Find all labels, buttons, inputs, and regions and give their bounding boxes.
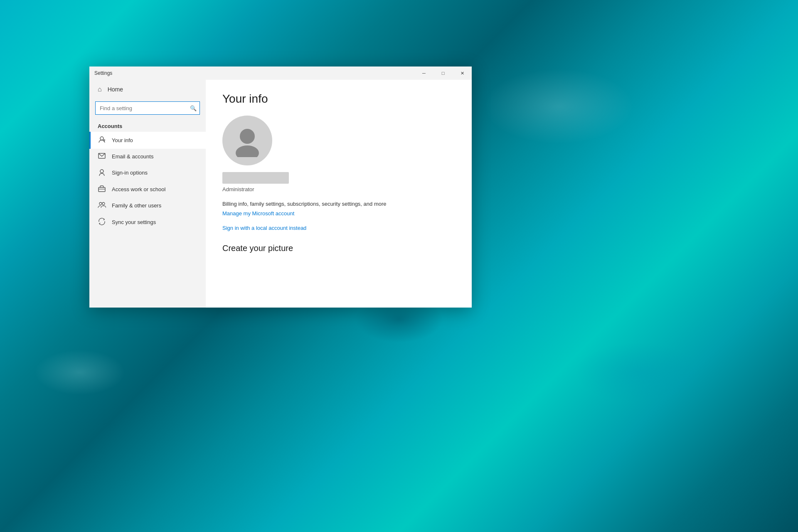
maximize-button[interactable]: □	[433, 66, 453, 80]
settings-window: Settings ─ □ ✕ ⌂ Home 🔍 Accounts	[89, 66, 472, 308]
sign-in-label: Sign-in options	[112, 170, 148, 176]
sidebar-item-home[interactable]: ⌂ Home	[89, 80, 206, 99]
user-role: Administrator	[222, 186, 455, 192]
username-bar	[222, 172, 289, 184]
window-title: Settings	[94, 70, 112, 76]
svg-rect-6	[99, 187, 105, 192]
svg-point-0	[100, 137, 103, 140]
minimize-button[interactable]: ─	[414, 66, 433, 80]
svg-point-11	[236, 145, 259, 157]
sidebar-section-label: Accounts	[89, 120, 206, 132]
local-account-link[interactable]: Sign in with a local account instead	[222, 225, 455, 231]
family-users-icon	[98, 202, 106, 209]
sidebar-item-sign-in[interactable]: Sign-in options	[89, 164, 206, 181]
your-info-icon	[98, 136, 106, 145]
manage-account-link[interactable]: Manage my Microsoft account	[222, 210, 455, 217]
avatar	[222, 116, 272, 165]
title-bar: Settings ─ □ ✕	[89, 66, 472, 80]
your-info-label: Your info	[112, 137, 133, 143]
window-controls: ─ □ ✕	[414, 66, 472, 80]
close-button[interactable]: ✕	[453, 66, 472, 80]
svg-point-9	[102, 202, 105, 205]
sidebar: ⌂ Home 🔍 Accounts Your i	[89, 80, 206, 308]
family-users-label: Family & other users	[112, 202, 161, 209]
sidebar-item-email-accounts[interactable]: Email & accounts	[89, 149, 206, 164]
sidebar-item-family-users[interactable]: Family & other users	[89, 197, 206, 214]
sidebar-item-sync[interactable]: Sync your settings	[89, 214, 206, 231]
home-icon: ⌂	[98, 86, 102, 93]
create-picture-title: Create your picture	[222, 244, 455, 253]
svg-point-5	[100, 170, 103, 173]
home-label: Home	[108, 86, 123, 93]
sync-label: Sync your settings	[112, 219, 156, 225]
email-accounts-label: Email & accounts	[112, 153, 153, 160]
sidebar-item-work-school[interactable]: Access work or school	[89, 181, 206, 197]
svg-point-8	[99, 202, 102, 205]
main-content: Your info Administrator Billing info, fa…	[206, 80, 472, 308]
search-input[interactable]	[95, 101, 200, 115]
sign-in-icon	[98, 168, 106, 177]
svg-point-10	[240, 129, 255, 144]
email-accounts-icon	[98, 153, 106, 160]
page-title: Your info	[222, 92, 455, 106]
window-body: ⌂ Home 🔍 Accounts Your i	[89, 80, 472, 308]
work-school-icon	[98, 185, 106, 193]
search-icon: 🔍	[190, 105, 197, 111]
work-school-label: Access work or school	[112, 186, 165, 192]
sync-icon	[98, 218, 106, 227]
search-box: 🔍	[95, 101, 200, 115]
billing-info-text: Billing info, family settings, subscript…	[222, 201, 455, 207]
sidebar-item-your-info[interactable]: Your info	[89, 132, 206, 149]
